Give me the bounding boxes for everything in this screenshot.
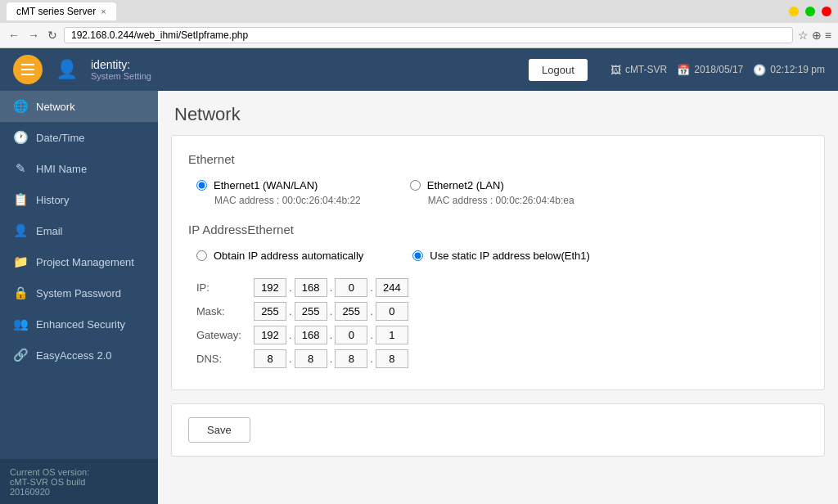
back-button[interactable]: ←: [7, 29, 21, 42]
mask-row: Mask: . . .: [196, 302, 808, 321]
eth2-radio[interactable]: [410, 180, 421, 191]
brand-main: identity:: [91, 58, 151, 71]
sidebar-label-password: System Password: [36, 287, 121, 299]
user-avatar-icon: 👤: [56, 59, 78, 80]
gateway-octet-2[interactable]: [295, 326, 327, 344]
refresh-button[interactable]: ↻: [46, 29, 59, 42]
forward-button[interactable]: →: [26, 29, 41, 42]
sidebar-label-history: History: [36, 194, 69, 206]
menu-hamburger-button[interactable]: [13, 55, 43, 84]
dns-dot-2: .: [327, 353, 336, 365]
eth1-label[interactable]: Ethernet1 (WAN/LAN): [214, 179, 318, 191]
ip-field-label: IP:: [196, 281, 254, 294]
calendar-icon: 📅: [677, 64, 690, 76]
dns-octet-2[interactable]: [295, 349, 327, 368]
gateway-octet-4[interactable]: [376, 326, 408, 344]
mask-octet-1[interactable]: [254, 302, 286, 321]
browser-tab[interactable]: cMT series Server ×: [7, 2, 116, 20]
maximize-button[interactable]: [805, 7, 815, 16]
close-button[interactable]: [822, 7, 831, 16]
ip-octet-2[interactable]: [295, 278, 327, 297]
browser-toolbar: ← → ↻ ☆ ⊕ ≡: [0, 23, 838, 47]
dns-field-label: DNS:: [196, 353, 254, 365]
logout-button[interactable]: Logout: [529, 59, 588, 81]
mask-octet-2[interactable]: [295, 302, 327, 321]
mask-octet-3[interactable]: [335, 302, 367, 321]
sidebar-label-email: Email: [36, 225, 63, 237]
dns-octet-3[interactable]: [335, 349, 367, 368]
auto-ip-radio[interactable]: [196, 250, 207, 261]
bookmark-icon[interactable]: ☆: [798, 29, 809, 42]
easyaccess-icon: 🔗: [13, 348, 28, 362]
sidebar-item-datetime[interactable]: 🕐 Date/Time: [0, 122, 158, 153]
ethernet-card: Ethernet Ethernet1 (WAN/LAN) MAC address…: [171, 135, 825, 390]
sidebar-label-security: Enhanced Security: [36, 318, 125, 331]
gateway-dot-2: .: [327, 329, 336, 341]
sidebar-label-hminame: HMI Name: [36, 163, 87, 175]
project-icon: 📁: [13, 254, 28, 269]
address-bar[interactable]: [64, 27, 793, 43]
static-ip-row: Use static IP address below(Eth1): [412, 250, 590, 262]
ip-input-group: . . .: [254, 278, 408, 297]
sidebar-item-enhanced-security[interactable]: 👥 Enhanced Security: [0, 308, 158, 340]
dns-octet-1[interactable]: [254, 349, 286, 368]
header-meta: 🖼 cMT-SVR 📅 2018/05/17 🕐 02:12:19 pm: [610, 64, 825, 76]
ethernet-options: Ethernet1 (WAN/LAN) MAC address : 00:0c:…: [196, 179, 808, 206]
history-icon: 📋: [13, 192, 28, 207]
ip-section: IP AddressEthernet Obtain IP address aut…: [188, 223, 808, 368]
clock-icon: 🕐: [753, 64, 766, 76]
datetime-icon: 🕐: [13, 130, 28, 145]
static-ip-radio[interactable]: [412, 250, 423, 261]
time-value: 02:12:19 pm: [770, 64, 825, 75]
sidebar-item-email[interactable]: 👤 Email: [0, 215, 158, 246]
sidebar-item-history[interactable]: 📋 History: [0, 184, 158, 215]
ip-octet-4[interactable]: [376, 278, 408, 297]
eth2-radio-row: Ethernet2 (LAN): [410, 179, 574, 191]
minimize-button[interactable]: [789, 7, 799, 16]
app-wrapper: 👤 identity: System Setting Logout 🖼 cMT-…: [0, 48, 838, 504]
ip-octet-3[interactable]: [335, 278, 367, 297]
mask-octet-4[interactable]: [376, 302, 408, 321]
eth1-radio[interactable]: [196, 180, 207, 191]
gateway-input-group: . . .: [254, 326, 408, 344]
ip-octet-1[interactable]: [254, 278, 286, 297]
extension-icon[interactable]: ⊕: [812, 29, 822, 42]
auto-ip-label[interactable]: Obtain IP address automatically: [214, 250, 363, 262]
save-card: Save: [171, 403, 825, 457]
gateway-octet-3[interactable]: [335, 326, 367, 344]
page-title: Network: [158, 91, 838, 135]
sidebar-item-hminame[interactable]: ✎ HMI Name: [0, 153, 158, 184]
content-area: Network Ethernet Ethernet1 (WAN/LAN) MAC…: [158, 91, 838, 504]
mask-dot-3: .: [367, 305, 376, 317]
menu-icon[interactable]: ≡: [825, 29, 831, 42]
sidebar-item-easy-access[interactable]: 🔗 EasyAccess 2.0: [0, 340, 158, 371]
gateway-octet-1[interactable]: [254, 326, 286, 344]
eth2-label[interactable]: Ethernet2 (LAN): [427, 179, 504, 191]
device-icon: 🖼: [610, 64, 621, 76]
ip-row: IP: . . .: [196, 278, 808, 297]
eth1-group: Ethernet1 (WAN/LAN) MAC address : 00:0c:…: [196, 179, 361, 206]
save-button[interactable]: Save: [188, 417, 250, 443]
sidebar-label-network: Network: [36, 101, 75, 113]
sidebar-item-network[interactable]: 🌐 Network: [0, 91, 158, 122]
brand-sub: System Setting: [91, 71, 151, 81]
date-value: 2018/05/17: [694, 64, 743, 75]
gateway-row: Gateway: . . .: [196, 326, 808, 344]
static-ip-label[interactable]: Use static IP address below(Eth1): [430, 250, 590, 262]
device-name: cMT-SVR: [625, 64, 667, 75]
tab-close-icon[interactable]: ×: [101, 7, 106, 16]
dns-dot-3: .: [367, 353, 376, 365]
eth2-group: Ethernet2 (LAN) MAC address : 00:0c:26:0…: [410, 179, 574, 206]
security-icon: 👥: [13, 317, 28, 331]
sidebar-item-project-management[interactable]: 📁 Project Management: [0, 246, 158, 277]
ip-dot-2: .: [327, 281, 336, 294]
sidebar-item-system-password[interactable]: 🔒 System Password: [0, 277, 158, 308]
window-controls: [789, 7, 831, 16]
footer-line1: Current OS version:: [10, 467, 148, 477]
dns-octet-4[interactable]: [376, 349, 408, 368]
hamburger-icon: [21, 64, 34, 75]
ethernet-section-label: Ethernet: [188, 152, 808, 166]
eth1-radio-row: Ethernet1 (WAN/LAN): [196, 179, 361, 191]
device-meta: 🖼 cMT-SVR: [610, 64, 667, 76]
app-header: 👤 identity: System Setting Logout 🖼 cMT-…: [0, 48, 838, 91]
